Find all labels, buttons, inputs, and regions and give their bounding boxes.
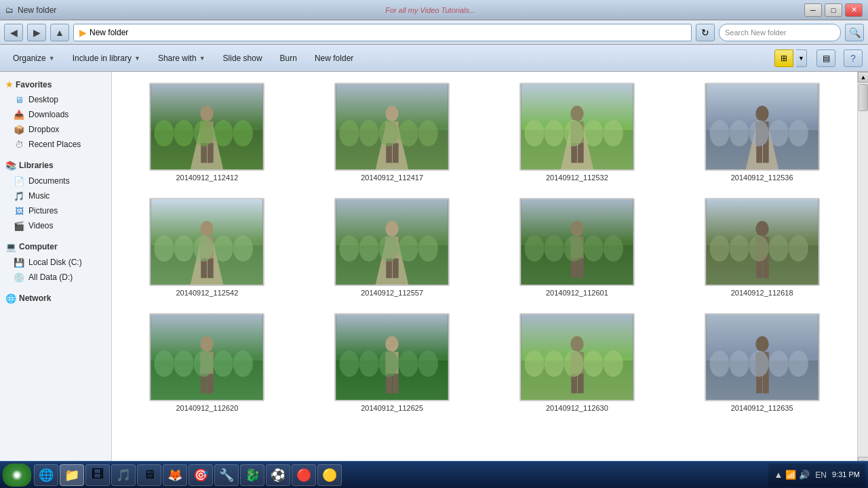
include-in-library-button[interactable]: Include in library ▼	[65, 48, 148, 68]
layout-button[interactable]: ▤	[816, 49, 835, 67]
forward-button[interactable]: ▶	[27, 24, 46, 41]
computer-header[interactable]: 💻 Computer	[0, 239, 111, 255]
back-button[interactable]: ◀	[4, 24, 23, 41]
main-content: ★ Favorites 🖥 Desktop 📥 Downloads 📦 Drop…	[0, 72, 868, 468]
sidebar-item-music[interactable]: 🎵 Music	[0, 188, 111, 203]
file-name: 20140912_112536	[731, 174, 793, 182]
sidebar-item-all-data[interactable]: 💿 All Data (D:)	[0, 270, 111, 285]
svg-rect-110	[393, 373, 399, 393]
file-thumbnail	[519, 198, 635, 286]
taskbar-music-button[interactable]: 🎵	[111, 464, 136, 486]
file-item[interactable]: 20140912_112412	[120, 80, 294, 184]
svg-point-100	[155, 350, 174, 377]
svg-point-7	[155, 120, 174, 146]
sidebar-item-dropbox[interactable]: 📦 Dropbox	[0, 122, 111, 137]
svg-point-136	[768, 350, 788, 377]
start-button[interactable]	[3, 464, 31, 487]
taskbar-firefox-button[interactable]: 🦊	[163, 464, 187, 486]
svg-point-34	[584, 120, 604, 146]
svg-point-78	[524, 235, 544, 262]
file-item[interactable]: 20140912_112417	[305, 80, 479, 184]
search-box[interactable]: Search New folder	[719, 24, 841, 41]
file-item[interactable]: 20140912_112557	[305, 195, 479, 300]
new-folder-button[interactable]: New folder	[307, 48, 361, 68]
refresh-button[interactable]: ↻	[696, 24, 715, 41]
taskbar-app6-button[interactable]: 🟡	[317, 464, 342, 486]
file-name: 20140912_112620	[176, 404, 238, 412]
sidebar-item-documents[interactable]: 📄 Documents	[0, 174, 111, 188]
view-dropdown-button[interactable]: ▼	[796, 49, 807, 67]
sidebar-item-downloads[interactable]: 📥 Downloads	[0, 107, 111, 122]
title-bar-controls: ─ □ ✕	[804, 3, 863, 17]
file-thumbnail	[334, 83, 450, 171]
maximize-button[interactable]: □	[825, 3, 842, 17]
file-item[interactable]: 20140912_112536	[675, 80, 849, 184]
file-item[interactable]: 20140912_112625	[305, 310, 479, 415]
file-area[interactable]: 20140912_11241220140912_11241720140912_1…	[112, 72, 857, 468]
file-item[interactable]: 20140912_112532	[490, 80, 665, 184]
taskbar-ie-button[interactable]: 🌐	[34, 464, 58, 486]
view-large-icons-button[interactable]: ⊞	[774, 49, 793, 67]
svg-point-19	[340, 120, 359, 146]
burn-button[interactable]: Burn	[273, 48, 304, 68]
start-orb-icon	[12, 470, 22, 481]
svg-point-104	[233, 350, 253, 377]
tray-volume-icon[interactable]: 🔊	[799, 470, 810, 480]
slideshow-button[interactable]: Slide show	[216, 48, 270, 68]
libraries-header[interactable]: 📚 Libraries	[0, 157, 111, 174]
address-input[interactable]: ▶ New folder	[73, 24, 692, 41]
file-name: 20140912_112417	[361, 174, 423, 182]
svg-point-102	[194, 350, 214, 377]
svg-point-137	[788, 350, 808, 377]
minimize-button[interactable]: ─	[804, 3, 822, 17]
sidebar-item-recent-places[interactable]: ⏱ Recent Places	[0, 137, 111, 152]
close-button[interactable]: ✕	[845, 3, 863, 17]
svg-point-113	[379, 350, 399, 377]
tray-arrow-icon[interactable]: ▲	[774, 470, 783, 480]
scroll-up-button[interactable]: ▲	[858, 72, 868, 83]
help-button[interactable]: ?	[844, 49, 863, 67]
taskbar-media-button[interactable]: 🎞	[85, 464, 110, 486]
taskbar-app2-button[interactable]: 🔧	[214, 464, 239, 486]
sidebar-item-local-disk[interactable]: 💾 Local Disk (C:)	[0, 255, 111, 270]
scroll-thumb[interactable]	[859, 84, 868, 111]
library-chevron: ▼	[134, 55, 140, 62]
file-item[interactable]: 20140912_112635	[675, 310, 849, 415]
taskbar-app3-button[interactable]: 🐉	[240, 464, 264, 486]
up-button[interactable]: ▲	[50, 24, 69, 41]
svg-point-15	[385, 106, 398, 121]
svg-point-74	[570, 221, 583, 237]
taskbar-screen-button[interactable]: 🖥	[137, 464, 161, 486]
sidebar-item-pictures[interactable]: 🖼 Pictures	[0, 203, 111, 218]
file-item[interactable]: 20140912_112618	[675, 195, 849, 300]
music-icon: 🎵	[14, 190, 24, 201]
svg-point-101	[174, 350, 194, 377]
svg-point-51	[201, 221, 214, 237]
file-item[interactable]: 20140912_112630	[490, 310, 665, 415]
taskbar-app1-button[interactable]: 🎯	[189, 464, 213, 486]
svg-rect-30	[578, 143, 584, 163]
file-item[interactable]: 20140912_112542	[120, 195, 294, 300]
file-item[interactable]: 20140912_112601	[490, 195, 665, 300]
taskbar-app5-button[interactable]: 🔴	[292, 464, 316, 486]
taskbar-explorer-button[interactable]: 📁	[60, 464, 84, 486]
svg-point-133	[709, 350, 729, 377]
file-item[interactable]: 20140912_112620	[120, 310, 294, 415]
svg-point-27	[570, 106, 583, 121]
svg-rect-132	[763, 373, 769, 393]
toolbar: Organize ▼ Include in library ▼ Share wi…	[0, 45, 868, 72]
scrollbar[interactable]: ▲ ▼	[857, 72, 868, 468]
tray-language[interactable]: EN	[815, 470, 827, 480]
sidebar-item-desktop[interactable]: 🖥 Desktop	[0, 92, 111, 107]
sidebar-item-videos[interactable]: 🎬 Videos	[0, 218, 111, 233]
favorites-header[interactable]: ★ Favorites	[0, 77, 111, 92]
window-icon: 🗂	[5, 5, 14, 15]
file-name: 20140912_112635	[731, 404, 793, 412]
organize-button[interactable]: Organize ▼	[5, 48, 62, 68]
tray-network-icon[interactable]: 📶	[785, 470, 796, 480]
network-header[interactable]: 🌐 Network	[0, 290, 111, 306]
svg-point-55	[155, 235, 174, 262]
taskbar-app4-button[interactable]: ⚽	[266, 464, 290, 486]
search-button[interactable]: 🔍	[845, 24, 864, 41]
share-with-button[interactable]: Share with ▼	[151, 48, 213, 68]
